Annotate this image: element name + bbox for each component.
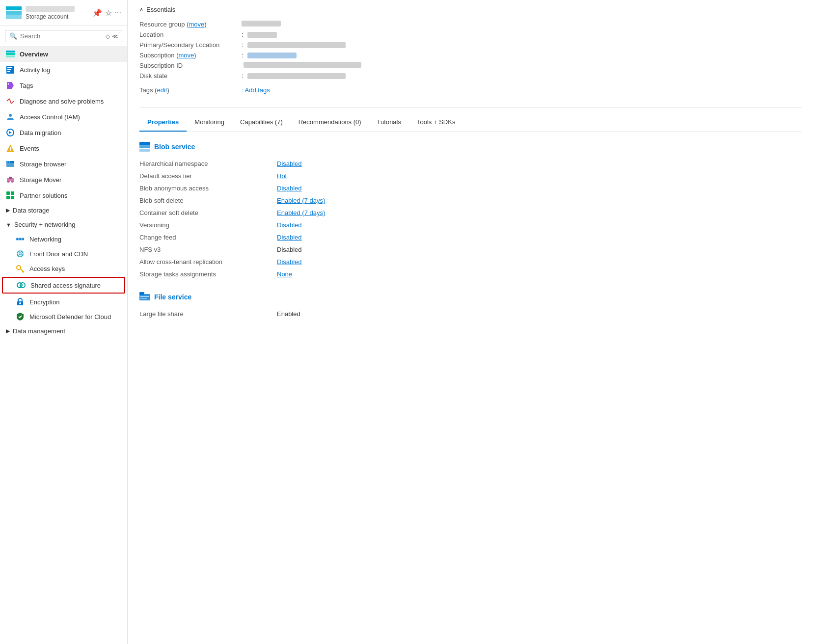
storage-tasks-assignments-label: Storage tasks assignments: [139, 270, 277, 278]
blob-service-section: Blob service Hierarchical namespace Disa…: [139, 142, 802, 280]
security-networking-label: Security + networking: [14, 221, 76, 228]
front-door-icon: [16, 249, 25, 258]
sidebar-item-defender[interactable]: Microsoft Defender for Cloud: [0, 309, 127, 324]
property-blob-anonymous-access: Blob anonymous access Disabled: [139, 182, 802, 194]
sidebar-item-storage-mover[interactable]: Storage Mover: [0, 172, 127, 188]
essentials-row-subscription-id: Subscription ID: [139, 60, 461, 71]
nfs-v3-label: NFS v3: [139, 246, 277, 253]
section-security-networking[interactable]: ▼ Security + networking: [0, 217, 127, 232]
tab-capabilities[interactable]: Capabilities (7): [232, 113, 291, 132]
tags-add-link[interactable]: : Add tags: [242, 86, 270, 94]
svg-rect-9: [7, 71, 10, 72]
section-data-management[interactable]: ▶ Data management: [0, 324, 127, 338]
diagnose-label: Diagnose and solve problems: [20, 98, 104, 105]
data-migration-label: Data migration: [20, 129, 61, 136]
versioning-value[interactable]: Disabled: [277, 221, 302, 229]
file-service-section: File service Large file share Enabled: [139, 292, 802, 320]
versioning-label: Versioning: [139, 221, 277, 229]
resource-group-value: [242, 21, 281, 27]
sidebar-item-access-control[interactable]: Access Control (IAM): [0, 109, 127, 125]
large-file-share-value: Enabled: [277, 310, 300, 318]
file-service-title: File service: [139, 292, 802, 302]
sidebar-item-activity-log[interactable]: Activity log: [0, 62, 127, 78]
sidebar-item-partner-solutions[interactable]: Partner solutions: [0, 188, 127, 203]
sidebar-item-events[interactable]: Events: [0, 140, 127, 156]
nfs-v3-value: Disabled: [277, 246, 302, 253]
svg-rect-0: [6, 6, 22, 10]
storage-mover-label: Storage Mover: [20, 176, 61, 184]
property-versioning: Versioning Disabled: [139, 219, 802, 231]
file-service-icon: [139, 292, 150, 302]
svg-point-34: [19, 238, 21, 240]
networking-label: Networking: [29, 236, 61, 243]
resource-group-label: Resource group (move): [139, 21, 238, 28]
svg-rect-31: [11, 196, 14, 199]
tab-properties[interactable]: Properties: [139, 113, 187, 132]
blob-service-icon: [139, 142, 150, 152]
tab-tools-sdks[interactable]: Tools + SDKs: [409, 113, 463, 132]
essentials-row-primary-location: Primary/Secondary Location :: [139, 40, 461, 50]
networking-icon: [16, 235, 25, 243]
hierarchical-namespace-value[interactable]: Disabled: [277, 160, 302, 167]
sidebar-item-front-door[interactable]: Front Door and CDN: [0, 246, 127, 261]
svg-line-14: [11, 101, 14, 104]
subscription-label: Subscription (move): [139, 52, 238, 59]
svg-rect-28: [6, 191, 10, 195]
data-storage-label: Data storage: [13, 207, 49, 214]
sidebar-item-encryption[interactable]: Encryption: [0, 295, 127, 309]
sidebar: Storage account 📌 ☆ ··· 🔍 ◇ ≪ Overview: [0, 0, 128, 644]
svg-point-42: [17, 266, 21, 269]
storage-tasks-assignments-value[interactable]: None: [277, 270, 292, 278]
sidebar-item-data-migration[interactable]: Data migration: [0, 125, 127, 140]
section-data-storage[interactable]: ▶ Data storage: [0, 203, 127, 217]
subscription-move-link[interactable]: move: [178, 52, 194, 59]
change-feed-value[interactable]: Disabled: [277, 234, 302, 241]
tab-monitoring[interactable]: Monitoring: [187, 113, 232, 132]
search-input[interactable]: [20, 32, 103, 40]
tab-recommendations[interactable]: Recommendations (0): [291, 113, 369, 132]
sidebar-item-overview[interactable]: Overview: [0, 46, 127, 62]
key-icon: [16, 264, 25, 273]
disk-state-redacted: [247, 73, 346, 79]
diagnose-icon: [6, 97, 15, 106]
sidebar-item-access-keys[interactable]: Access keys: [0, 261, 127, 276]
svg-rect-3: [6, 51, 15, 53]
shared-access-signature-label: Shared access signature: [30, 282, 101, 289]
defender-icon: [16, 312, 25, 321]
essentials-row-resource-group: Resource group (move): [139, 19, 461, 29]
default-access-tier-value[interactable]: Hot: [277, 172, 287, 180]
tab-tutorials[interactable]: Tutorials: [369, 113, 409, 132]
collapse-icon[interactable]: ≪: [112, 33, 118, 40]
storage-browser-label: Storage browser: [20, 161, 66, 168]
sidebar-item-shared-access-signature[interactable]: Shared access signature: [2, 277, 125, 294]
sidebar-item-tags[interactable]: Tags: [0, 78, 127, 93]
blob-soft-delete-value[interactable]: Enabled (7 days): [277, 197, 325, 204]
more-icon[interactable]: ···: [115, 8, 121, 18]
front-door-label: Front Door and CDN: [29, 250, 88, 258]
property-change-feed: Change feed Disabled: [139, 231, 802, 243]
tags-label: Tags: [20, 82, 33, 89]
container-soft-delete-value[interactable]: Enabled (7 days): [277, 209, 325, 216]
sidebar-item-diagnose[interactable]: Diagnose and solve problems: [0, 93, 127, 109]
cross-tenant-replication-value[interactable]: Disabled: [277, 258, 302, 266]
svg-marker-10: [7, 82, 14, 89]
tags-edit-link[interactable]: edit: [157, 86, 167, 94]
essentials-grid: Resource group (move) Location : Primary…: [139, 19, 802, 81]
sidebar-item-storage-browser[interactable]: Storage browser: [0, 156, 127, 172]
svg-point-11: [8, 83, 9, 85]
location-value: :: [242, 31, 277, 38]
pin-icon[interactable]: 📌: [92, 8, 102, 18]
filter-icon[interactable]: ◇: [106, 33, 110, 40]
svg-rect-54: [139, 292, 144, 295]
primary-location-label: Primary/Secondary Location: [139, 41, 238, 49]
partner-solutions-label: Partner solutions: [20, 192, 68, 199]
large-file-share-label: Large file share: [139, 310, 277, 318]
resource-group-move-link[interactable]: move: [189, 21, 204, 28]
star-icon[interactable]: ☆: [105, 8, 112, 18]
svg-point-22: [7, 161, 8, 162]
property-cross-tenant-replication: Allow cross-tenant replication Disabled: [139, 256, 802, 268]
collapse-essentials-icon[interactable]: ∧: [139, 6, 143, 13]
property-large-file-share: Large file share Enabled: [139, 308, 802, 320]
blob-anonymous-access-value[interactable]: Disabled: [277, 185, 302, 192]
sidebar-item-networking[interactable]: Networking: [0, 232, 127, 246]
